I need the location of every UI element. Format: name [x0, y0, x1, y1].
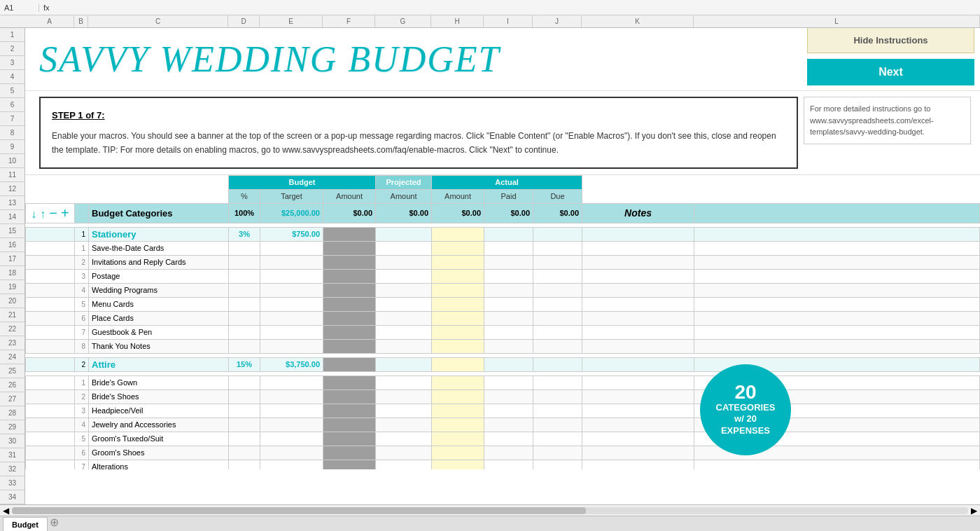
next-button[interactable]: Next — [807, 59, 974, 85]
col-header-b: B — [74, 15, 88, 27]
app: A1 fx A B C D E F G H I J K L 1 2 3 4 5 … — [0, 0, 980, 531]
cat-1-budget-amount — [323, 227, 376, 241]
totals-row: ↓ ↑ − + Budget Categories 100% $25,000.0… — [26, 203, 980, 223]
empty-header3 — [89, 175, 229, 189]
total-act-amount: $0.00 — [432, 203, 484, 223]
plus-icon[interactable]: + — [61, 205, 69, 221]
cat-2-num: 2 — [75, 357, 89, 371]
col-header-h: H — [431, 15, 484, 27]
spreadsheet-area: Budget Projected Actual % Targ — [25, 175, 980, 469]
item-row-1-7: 7 Guestbook & Pen — [26, 325, 980, 339]
up-arrow-icon[interactable]: ↑ — [40, 208, 46, 220]
header-row-main: Budget Projected Actual — [26, 175, 980, 189]
item-2-7-name: Alterations — [89, 460, 229, 469]
instructions-row: STEP 1 of 7: Enable your macros. You sho… — [25, 91, 980, 175]
scrollbar-thumb[interactable] — [12, 507, 586, 514]
hide-instructions-button[interactable]: Hide Instructions — [807, 28, 974, 53]
projected-header: Projected — [376, 175, 432, 189]
cat-1-act-amount — [432, 227, 484, 241]
notes-header: Notes — [582, 203, 694, 223]
app-title: SAVVY WEDDING BUDGET — [39, 39, 802, 80]
empty-header5 — [694, 175, 980, 189]
col-header-f: F — [323, 15, 375, 27]
item-1-8-name: Thank You Notes — [89, 339, 229, 353]
item-1-6-name: Place Cards — [89, 311, 229, 325]
cat-1-pct: 3% — [229, 227, 260, 241]
item-row-1-5: 5 Menu Cards — [26, 297, 980, 311]
target-subheader: Target — [260, 189, 323, 203]
item-2-6-name: Groom's Shoes — [89, 446, 229, 460]
category-1-row: 1 Stationery 3% $750.00 — [26, 227, 980, 241]
item-row-1-2: 2 Invitations and Reply Cards — [26, 255, 980, 269]
header-row-sub: % Target Amount Amount Amount Paid Due — [26, 189, 980, 203]
sheet-area: 1 2 3 4 5 6 7 8 9 10 11 12 13 14 15 16 1… — [0, 28, 980, 518]
budget-header: Budget — [229, 175, 376, 189]
due-subheader: Due — [533, 189, 582, 203]
item-2-4-name: Jewelry and Accessories — [89, 418, 229, 432]
badge-line2: w/ 20 — [734, 413, 757, 425]
cat-2-target: $3,750.00 — [260, 357, 323, 371]
total-target: $25,000.00 — [260, 203, 323, 223]
arrows-cell: ↓ ↑ − + — [26, 203, 75, 223]
add-sheet-button[interactable]: ⊕ — [48, 517, 62, 531]
budget-table: Budget Projected Actual % Targ — [25, 175, 980, 469]
paid-subheader: Paid — [484, 189, 533, 203]
scroll-right-icon[interactable]: ▶ — [971, 506, 977, 516]
empty-header — [26, 175, 75, 189]
col-header-i: I — [484, 15, 533, 27]
total-paid: $0.00 — [484, 203, 533, 223]
item-2-3-name: Headpiece/Veil — [89, 404, 229, 418]
down-arrow-icon[interactable]: ↓ — [31, 208, 36, 220]
item-row-1-3: 3 Postage — [26, 269, 980, 283]
row-numbers: 1 2 3 4 5 6 7 8 9 10 11 12 13 14 15 16 1… — [0, 28, 25, 518]
item-1-1-name: Save-the-Date Cards — [89, 241, 229, 255]
col-header-e: E — [260, 15, 323, 27]
minus-icon[interactable]: − — [49, 205, 57, 221]
item-1-5-name: Menu Cards — [89, 297, 229, 311]
total-pct: 100% — [229, 203, 260, 223]
act-amount-subheader: Amount — [432, 189, 484, 203]
item-1-3-name: Postage — [89, 269, 229, 283]
budget-amount-subheader: Amount — [323, 189, 376, 203]
badge-line1: CATEGORIES — [716, 402, 776, 414]
formula-content: fx — [43, 4, 50, 12]
item-row-2-3: 3 Headpiece/Veil — [26, 404, 980, 418]
col-header-a: A — [25, 15, 74, 27]
total-proj: $0.00 — [376, 203, 432, 223]
item-1-2-name: Invitations and Reply Cards — [89, 255, 229, 269]
total-due: $0.00 — [533, 203, 582, 223]
tab-bar: Budget ⊕ — [0, 516, 980, 531]
actual-header: Actual — [432, 175, 582, 189]
step-title: STEP 1 of 7: — [52, 108, 785, 123]
instructions-box: STEP 1 of 7: Enable your macros. You sho… — [39, 97, 798, 169]
pct-subheader: % — [229, 189, 260, 203]
cell-ref: A1 — [4, 4, 39, 12]
cat-2-name: Attire — [92, 359, 115, 370]
item-2-1-name: Bride's Gown — [89, 375, 229, 389]
cat-1-name: Stationery — [92, 229, 136, 240]
category-2-row: 2 Attire 15% $3,750.00 — [26, 357, 980, 371]
categories-label: Budget Categories — [89, 203, 229, 223]
budget-tab[interactable]: Budget — [3, 517, 48, 531]
item-row-1-1: 1 Save-the-Date Cards — [26, 241, 980, 255]
scroll-bar-area: ◀ ▶ — [0, 504, 980, 516]
item-row-2-4: 4 Jewelry and Accessories — [26, 418, 980, 432]
item-2-5-name: Groom's Tuxedo/Suit — [89, 432, 229, 446]
item-1-4-name: Wedding Programs — [89, 283, 229, 297]
horizontal-scrollbar[interactable] — [12, 507, 968, 514]
detail-text: For more detailed instructions go to www… — [804, 97, 971, 144]
main-content: SAVVY WEDDING BUDGET Hide Instructions N… — [25, 28, 980, 518]
proj-amount-subheader: Amount — [376, 189, 432, 203]
empty-header4 — [582, 175, 694, 189]
empty-header2 — [75, 175, 89, 189]
title-area: SAVVY WEDDING BUDGET Hide Instructions N… — [25, 28, 980, 91]
item-row-2-7: 7 Alterations — [26, 460, 980, 469]
cat-2-pct: 15% — [229, 357, 260, 371]
cat-1-target: $750.00 — [260, 227, 323, 241]
instructions-body: Enable your macros. You should see a ban… — [52, 129, 785, 158]
scroll-left-icon[interactable]: ◀ — [3, 506, 9, 516]
cat-1-num: 1 — [75, 227, 89, 241]
badge-number: 20 — [734, 382, 756, 402]
item-1-7-name: Guestbook & Pen — [89, 325, 229, 339]
col-header-l: L — [694, 15, 980, 27]
